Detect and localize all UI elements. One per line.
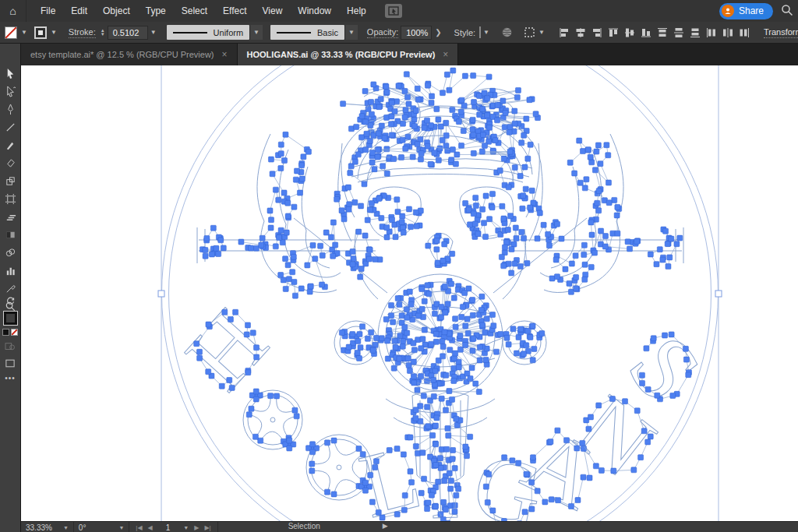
screen-mode-icon[interactable]: [2, 357, 18, 370]
menu-select[interactable]: Select: [174, 0, 215, 22]
dist-v-top-icon[interactable]: [656, 26, 669, 39]
direct-selection-tool-icon[interactable]: [2, 85, 18, 98]
stroke-weight-label[interactable]: Stroke:: [69, 27, 96, 38]
document-tab-0[interactable]: etsy template.ai* @ 12.5 % (RGB/CPU Prev…: [21, 44, 238, 65]
gradient-tool-icon[interactable]: [2, 228, 18, 241]
menu-object[interactable]: Object: [95, 0, 138, 22]
paintbrush-tool-icon[interactable]: [2, 139, 18, 152]
share-button[interactable]: Share: [719, 3, 773, 19]
search-icon[interactable]: [781, 4, 793, 19]
artboard-chevron-icon[interactable]: ▼: [183, 525, 189, 530]
dist-h-center-icon[interactable]: [722, 26, 735, 39]
width-profile-value: Uniform: [214, 28, 244, 37]
align-buttons: [558, 26, 751, 39]
share-label: Share: [739, 5, 764, 16]
none-swatch[interactable]: [11, 329, 18, 336]
tab-label: etsy template.ai* @ 12.5 % (RGB/CPU Prev…: [30, 50, 214, 59]
opacity-chevron-icon[interactable]: ❯: [435, 28, 441, 37]
home-icon[interactable]: ⌂: [0, 0, 26, 22]
rotate-view-tool-icon[interactable]: [2, 294, 18, 308]
selection-tool-icon[interactable]: [2, 67, 18, 80]
menu-bar: ⌂ FileEditObjectTypeSelectEffectViewWind…: [0, 0, 798, 22]
status-menu-arrow-icon[interactable]: ▶: [383, 522, 388, 530]
eraser-tool-icon[interactable]: [2, 157, 18, 170]
menu-type[interactable]: Type: [138, 0, 174, 22]
edit-toolbar-icon[interactable]: •••: [5, 374, 16, 382]
artboard-tool-icon[interactable]: [2, 192, 18, 206]
menu-view[interactable]: View: [255, 0, 291, 22]
menu-help[interactable]: Help: [339, 0, 374, 22]
vector-artwork[interactable]: HLIGANS: [21, 65, 798, 521]
shear-tool-icon[interactable]: [2, 210, 18, 224]
align-left-icon[interactable]: [558, 26, 571, 39]
free-transform-tool-icon[interactable]: [2, 174, 18, 188]
bbox-handle[interactable]: [715, 291, 722, 297]
zoom-level-control[interactable]: 33.33% ▼: [21, 522, 74, 532]
fill-dropdown-icon[interactable]: ▼: [19, 29, 30, 36]
artboard-number[interactable]: 1: [158, 523, 178, 532]
drawing-modes-icon[interactable]: [2, 340, 18, 353]
next-artboard-button[interactable]: ▶: [194, 524, 199, 531]
status-bar: 33.33% ▼ 0° ▼ |◀ ◀ 1 ▼ ▶ ▶| Selection ▶: [21, 521, 798, 532]
recolor-artwork-icon[interactable]: [501, 26, 513, 39]
tab-close-icon[interactable]: ×: [222, 49, 228, 60]
stroke-weight-value[interactable]: 0.5102 p: [108, 26, 148, 40]
rotation-control[interactable]: 0° ▼: [74, 522, 130, 532]
dist-v-bottom-icon[interactable]: [689, 26, 702, 39]
align-bottom-icon[interactable]: [640, 26, 653, 39]
dist-h-left-icon[interactable]: [705, 26, 719, 39]
tab-label: HOOLIGANS.ai @ 33.33 % (RGB/CPU Preview): [247, 50, 436, 59]
select-similar-chevron-icon[interactable]: ▼: [536, 29, 547, 36]
first-artboard-button[interactable]: |◀: [136, 524, 142, 531]
stroke-proxy-swatch[interactable]: [4, 312, 17, 325]
zoom-level-value: 33.33%: [26, 523, 52, 532]
fill-proxy-swatch[interactable]: [2, 329, 9, 336]
opacity-value[interactable]: 100%: [401, 26, 432, 40]
stroke-weight-dropdown-icon[interactable]: ▼: [148, 29, 159, 36]
width-profile-chevron-icon[interactable]: ▼: [249, 25, 263, 40]
rotation-chevron-icon: ▼: [118, 525, 124, 530]
menu-effect[interactable]: Effect: [215, 0, 254, 22]
align-middle-v-icon[interactable]: [623, 26, 637, 39]
stroke-color-swatch[interactable]: [34, 26, 47, 39]
last-artboard-button[interactable]: ▶|: [204, 524, 210, 531]
transform-link[interactable]: Transform: [764, 27, 798, 38]
opacity-label[interactable]: Opacity:: [367, 27, 398, 38]
style-label: Style:: [454, 28, 476, 37]
align-center-h-icon[interactable]: [574, 26, 588, 39]
prev-artboard-button[interactable]: ◀: [148, 524, 153, 531]
control-bar: ▼ ▼ Stroke: ▲▼ 0.5102 p ▼ Uniform ▼ Basi…: [0, 22, 798, 44]
pen-tool-icon[interactable]: [2, 103, 18, 116]
fill-color-swatch[interactable]: [5, 26, 17, 39]
document-tab-bar: etsy template.ai* @ 12.5 % (RGB/CPU Prev…: [0, 44, 798, 65]
zoom-chevron-icon: ▼: [63, 525, 69, 530]
eyedropper-tool-icon[interactable]: [2, 282, 18, 295]
brush-chevron-icon[interactable]: ▼: [344, 25, 358, 40]
column-graph-tool-icon[interactable]: [2, 264, 18, 277]
account-avatar-icon: [722, 5, 734, 17]
align-right-icon[interactable]: [591, 26, 604, 39]
brush-line-preview: [277, 32, 311, 33]
style-dropdown-icon[interactable]: ▼: [481, 29, 492, 36]
current-tool-label: Selection: [288, 522, 320, 530]
shape-builder-tool-icon[interactable]: [2, 246, 18, 259]
menu-window[interactable]: Window: [290, 0, 339, 22]
tab-close-icon[interactable]: ×: [443, 49, 448, 60]
align-top-icon[interactable]: [607, 26, 620, 39]
dist-v-center-icon[interactable]: [673, 26, 686, 39]
bbox-handle[interactable]: [158, 291, 164, 297]
artboard-canvas[interactable]: HLIGANS: [21, 65, 798, 521]
dist-h-right-icon[interactable]: [738, 26, 751, 39]
svg-text:L: L: [351, 425, 430, 521]
menu-edit[interactable]: Edit: [63, 0, 95, 22]
line-segment-tool-icon[interactable]: [2, 121, 18, 134]
stroke-dropdown-icon[interactable]: ▼: [48, 29, 59, 36]
stroke-weight-stepper[interactable]: ▲▼: [101, 29, 105, 37]
touch-workspace-icon[interactable]: [385, 4, 402, 18]
document-tab-1[interactable]: HOOLIGANS.ai @ 33.33 % (RGB/CPU Preview)…: [238, 44, 459, 65]
brush-definition-dropdown[interactable]: Basic: [270, 25, 344, 40]
select-similar-icon[interactable]: [524, 26, 536, 39]
width-profile-dropdown[interactable]: Uniform: [167, 25, 250, 40]
menu-file[interactable]: File: [33, 0, 63, 22]
rotation-value: 0°: [79, 523, 87, 532]
